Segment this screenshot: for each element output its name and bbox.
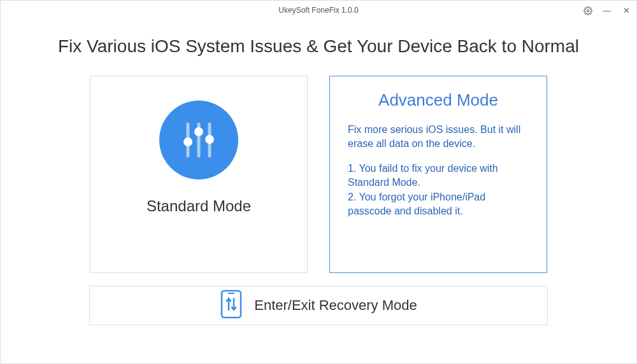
settings-icon[interactable] [583,5,593,15]
advanced-mode-title: Advanced Mode [348,90,529,110]
sliders-icon [159,101,238,179]
advanced-item-2: 2. You forgot your iPhone/iPad passcode … [348,190,529,219]
advanced-mode-card[interactable]: Advanced Mode Fix more serious iOS issue… [329,76,547,273]
page-title: Fix Various iOS System Issues & Get Your… [1,36,636,57]
recovery-mode-label: Enter/Exit Recovery Mode [254,297,417,314]
standard-mode-title: Standard Mode [147,197,251,215]
recovery-mode-button[interactable]: Enter/Exit Recovery Mode [89,286,548,325]
svg-point-5 [194,127,203,136]
advanced-mode-list: 1. You faild to fix your device with Sta… [348,162,529,219]
app-title: UkeySoft FoneFix 1.0.0 [278,6,358,15]
minimize-button[interactable]: — [602,6,612,15]
standard-mode-card[interactable]: Standard Mode [90,76,308,273]
mode-cards: Standard Mode Advanced Mode Fix more ser… [1,76,636,273]
svg-point-6 [205,135,214,144]
svg-point-0 [587,10,589,12]
close-button[interactable]: ✕ [621,6,631,15]
svg-rect-7 [222,291,241,318]
svg-point-4 [183,137,192,146]
titlebar: UkeySoft FoneFix 1.0.0 — ✕ [1,1,636,20]
window-controls: — ✕ [583,1,631,20]
advanced-item-1: 1. You faild to fix your device with Sta… [348,162,529,190]
phone-arrows-icon [220,290,243,321]
advanced-mode-description: Fix more serious iOS issues. But it will… [348,123,529,151]
